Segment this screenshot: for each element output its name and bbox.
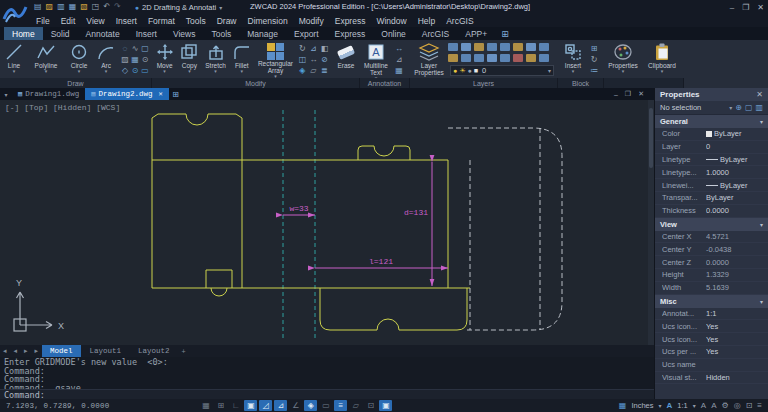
- layer-dropdown[interactable]: ● ☀ ● ■ 0 ▾: [450, 65, 554, 76]
- doc-tab-drawing1[interactable]: ▤ Drawing1.dwg: [12, 88, 85, 100]
- mirror-icon[interactable]: ◫: [297, 54, 308, 65]
- prop-row-ucs-name[interactable]: Ucs name: [655, 359, 768, 372]
- ribbon-tab-express[interactable]: Express: [327, 27, 374, 40]
- annotation-visibility-icon[interactable]: A: [701, 401, 706, 410]
- ribbon-tab-insert[interactable]: Insert: [128, 27, 165, 40]
- menu-view[interactable]: View: [86, 16, 104, 26]
- menu-window[interactable]: Window: [376, 16, 406, 26]
- layer-tool-icon[interactable]: [474, 54, 484, 62]
- rotate-icon[interactable]: ↻: [297, 43, 308, 54]
- layer-tool-icon[interactable]: [513, 54, 523, 62]
- modify-extra-tools[interactable]: ↻⊿◧ ◫↔⊘ ◈▱≣: [297, 40, 330, 76]
- units-selector[interactable]: Inches: [631, 401, 653, 410]
- pickadd-toggle-icon[interactable]: ⊕: [735, 103, 742, 112]
- prop-row-annotation-scale[interactable]: Annotat... 1:1: [655, 308, 768, 321]
- region-icon[interactable]: ▢: [140, 43, 150, 54]
- line-button[interactable]: Line ▾: [0, 40, 28, 78]
- isolate-objects-icon[interactable]: ◎: [734, 401, 741, 410]
- create-block-icon[interactable]: ⊞: [588, 43, 600, 54]
- prop-row-center-x[interactable]: Center X 4.5721: [655, 231, 768, 244]
- lengthen-icon[interactable]: ≣: [319, 65, 330, 76]
- collapse-icon[interactable]: ▾: [760, 298, 763, 305]
- clean-screen-icon[interactable]: ⊡: [746, 401, 753, 410]
- menu-format[interactable]: Format: [148, 16, 175, 26]
- collapse-icon[interactable]: ▾: [760, 221, 763, 228]
- prop-row-ucs-icon-origin[interactable]: Ucs icon... Yes: [655, 333, 768, 346]
- ribbon-tab-app-plus[interactable]: APP+: [457, 27, 495, 40]
- layer-tool-icon[interactable]: [539, 54, 549, 62]
- transparency-toggle-icon[interactable]: ▱: [349, 400, 362, 411]
- snap-toggle-icon[interactable]: ▣: [244, 400, 257, 411]
- menu-tools[interactable]: Tools: [186, 16, 206, 26]
- properties-button[interactable]: Properties ▾: [604, 40, 642, 78]
- menu-file[interactable]: File: [36, 16, 50, 26]
- dyn-input-toggle-icon[interactable]: ▭: [319, 400, 332, 411]
- draw-extra-tools[interactable]: ◌∿▢ ▨▦⊙ ◇⊙▭: [120, 40, 150, 76]
- workspace-gear-icon[interactable]: ⚙: [721, 401, 728, 410]
- ortho-toggle-icon[interactable]: ∟: [229, 400, 242, 411]
- maximize-button[interactable]: ❐: [742, 3, 749, 12]
- layer-tool-icon[interactable]: [487, 54, 497, 62]
- close-palette-icon[interactable]: ✕: [756, 90, 763, 99]
- layer-tool-icon[interactable]: [461, 54, 471, 62]
- layer-properties-button[interactable]: Layer Properties: [410, 40, 448, 78]
- menu-draw[interactable]: Draw: [217, 16, 237, 26]
- doc-close-button[interactable]: ✕: [638, 90, 644, 98]
- select-objects-icon[interactable]: ▢: [745, 103, 753, 112]
- section-view[interactable]: View ▾: [655, 218, 768, 231]
- dimension-icon[interactable]: ↔: [392, 43, 406, 54]
- copy-button[interactable]: Copy ▾: [177, 40, 201, 78]
- clipboard-button[interactable]: Clipboard ▾: [642, 40, 682, 78]
- tab-layout2[interactable]: Layout2: [130, 345, 178, 357]
- annotation-extra-tools[interactable]: ↔ ⊿ ▦: [392, 40, 406, 76]
- prop-row-layer[interactable]: Layer 0: [655, 141, 768, 154]
- ribbon-tab-export[interactable]: Export: [286, 27, 327, 40]
- point-icon[interactable]: ⊙: [140, 54, 150, 65]
- close-tab-icon[interactable]: ✕: [158, 90, 162, 98]
- explode-icon[interactable]: ◈: [297, 65, 308, 76]
- section-general[interactable]: General ▾: [655, 115, 768, 128]
- layer-tool-icon[interactable]: [448, 43, 458, 51]
- new-file-icon[interactable]: ▤: [34, 0, 42, 14]
- autoscale-icon[interactable]: A: [711, 401, 716, 410]
- move-button[interactable]: Move ▾: [152, 40, 177, 78]
- layer-tool-icon[interactable]: [526, 43, 536, 51]
- edit-block-icon[interactable]: ↻: [588, 54, 600, 65]
- table-tool-icon[interactable]: ▦: [392, 65, 406, 76]
- first-layout-icon[interactable]: ◂: [0, 345, 10, 357]
- leader-icon[interactable]: ⊿: [392, 54, 406, 65]
- ribbon-tab-home[interactable]: Home: [4, 27, 43, 40]
- redo-icon[interactable]: ↷: [114, 0, 121, 14]
- donut-icon[interactable]: ⊙: [130, 65, 140, 76]
- ribbon-tab-annotate[interactable]: Annotate: [78, 27, 128, 40]
- menu-dimension[interactable]: Dimension: [248, 16, 288, 26]
- layer-tool-icon[interactable]: [500, 54, 510, 62]
- rectangle-icon[interactable]: ▭: [140, 65, 150, 76]
- print-icon[interactable]: ▧: [80, 0, 88, 14]
- layer-tool-icon[interactable]: [500, 43, 510, 51]
- arc-button[interactable]: Arc ▾: [94, 40, 118, 78]
- add-ribbon-tab-icon[interactable]: ⊞: [495, 27, 515, 40]
- circle-button[interactable]: Circle ▾: [64, 40, 94, 78]
- new-drawing-tab-icon[interactable]: ⊞: [169, 88, 183, 100]
- rectangular-array-button[interactable]: Rectangular Array ▾: [254, 40, 297, 78]
- customize-icon[interactable]: ≡: [757, 401, 762, 410]
- annotation-monitor-icon[interactable]: ▣: [379, 400, 392, 411]
- prop-row-linetype[interactable]: Linetype ByLayer: [655, 154, 768, 167]
- ribbon-tab-views[interactable]: Views: [165, 27, 204, 40]
- layer-tool-icon[interactable]: [461, 43, 471, 51]
- erase-button[interactable]: Erase: [332, 40, 360, 78]
- scale-icon[interactable]: ↔: [308, 54, 319, 65]
- offset-icon[interactable]: ◧: [319, 43, 330, 54]
- annotation-scale-selector[interactable]: 1:1: [677, 401, 687, 410]
- open-folder-icon[interactable]: ▨: [46, 0, 54, 14]
- annotation-panel-label[interactable]: Annotation: [360, 78, 410, 88]
- prop-row-center-y[interactable]: Center Y -0.0438: [655, 243, 768, 256]
- scrollbar-thumb[interactable]: [649, 108, 653, 168]
- fillet-button[interactable]: Fillet ▾: [230, 40, 254, 78]
- ribbon-tab-arcgis[interactable]: ArcGIS: [414, 27, 457, 40]
- close-button[interactable]: ✕: [757, 3, 764, 12]
- prev-layout-icon[interactable]: ◂: [11, 345, 21, 357]
- polar-toggle-icon[interactable]: ◿: [259, 400, 272, 411]
- tab-list-caret-icon[interactable]: ▾: [0, 88, 12, 100]
